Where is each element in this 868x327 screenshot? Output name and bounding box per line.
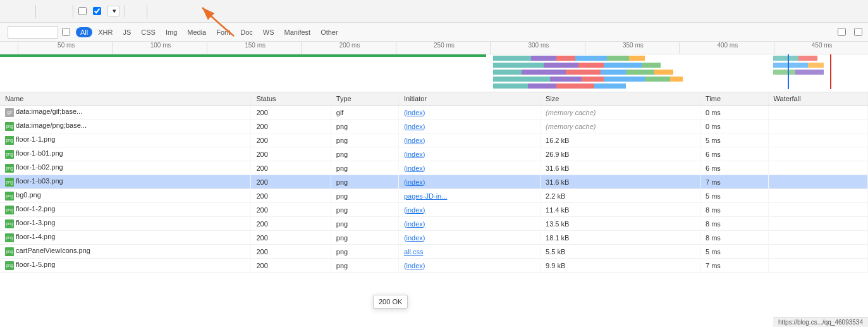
table-row[interactable]: png data:image/png;base...200png(index)(… [0,120,868,133]
cell-waterfall [768,106,867,120]
ruler-mark-4: 200 ms [301,42,395,54]
tab-doc[interactable]: Doc [236,27,257,37]
tab-media[interactable]: Media [183,27,211,37]
table-row[interactable]: gif data:image/gif;base...200gif(index)(… [0,106,868,120]
preserve-log-checkbox[interactable] [78,7,87,15]
svg-rect-22 [645,77,670,82]
svg-rect-27 [594,83,626,89]
col-type: Type [331,92,398,106]
tab-css[interactable]: CSS [137,27,160,37]
tab-js[interactable]: JS [118,27,135,37]
cell-waterfall [768,189,867,203]
table-row[interactable]: png floor-1-2.png200png(index)11.4 kB8 m… [0,203,868,217]
cell-initiator: (index) [398,175,540,189]
tab-manifest[interactable]: Manifest [280,27,315,37]
throttle-selector[interactable]: ▾ [107,6,119,16]
svg-rect-18 [493,77,550,82]
toolbar-separator-3 [125,5,125,18]
table-header-row: Name Status Type Initiator Size Time Wat… [0,92,868,106]
filter-input[interactable] [8,26,58,39]
table-body: gif data:image/gif;base...200gif(index)(… [0,106,868,273]
cell-type: png [331,133,398,147]
cell-type: png [331,217,398,231]
svg-rect-32 [773,70,795,75]
table-row[interactable]: png floor-1-4.png200png(index)18.1 kB8 m… [0,231,868,245]
cell-status: 200 [251,217,331,231]
cell-status: 200 [251,161,331,175]
table-row[interactable]: png floor-1-1.png200png(index)16.2 kB5 m… [0,133,868,147]
cell-status: 200 [251,147,331,161]
stop-button[interactable] [19,6,30,17]
cell-name: png floor-1-4.png [0,231,251,245]
table-wrapper: Name Status Type Initiator Size Time Wat… [0,92,868,326]
blocked-requests-label[interactable] [854,28,864,36]
cell-size: (memory cache) [541,120,700,133]
timeline-header: 50 ms 100 ms 150 ms 200 ms 250 ms 300 ms… [0,42,868,92]
cell-waterfall [768,147,867,161]
cell-initiator: (index) [398,106,540,120]
cell-time: 7 ms [700,259,768,273]
cell-status: 200 [251,175,331,189]
cell-size: 31.6 kB [541,161,700,175]
cell-size: (memory cache) [541,106,700,120]
disable-cache-checkbox[interactable] [93,7,101,15]
disable-cache-label[interactable] [93,7,104,15]
preserve-log-label[interactable] [78,7,89,15]
cell-size: 9.9 kB [541,259,700,273]
hide-data-urls-checkbox[interactable] [62,28,70,36]
cell-name: png floor-1-1.png [0,133,251,147]
svg-rect-31 [808,63,824,68]
cell-initiator: (index) [398,133,540,147]
timeline-ruler: 50 ms 100 ms 150 ms 200 ms 250 ms 300 ms… [0,42,868,54]
col-initiator: Initiator [398,92,540,106]
cell-time: 0 ms [700,106,768,120]
tab-all[interactable]: All [76,27,92,37]
cell-time: 6 ms [700,161,768,175]
svg-rect-13 [522,70,566,75]
record-button[interactable] [4,6,15,17]
tab-img[interactable]: Img [161,27,181,37]
has-blocked-cookies-checkbox[interactable] [838,28,846,36]
cell-initiator[interactable]: all.css [398,245,540,259]
throttle-dropdown-icon: ▾ [113,7,116,15]
cell-time: 5 ms [700,245,768,259]
filter-icon[interactable] [41,6,52,17]
filterbar: All XHR JS CSS Img Media Font Doc WS Man… [0,23,868,42]
cell-name: png floor-1-b03.png [0,175,251,189]
svg-rect-16 [626,70,654,75]
tab-font[interactable]: Font [212,27,235,37]
cell-type: png [331,120,398,133]
svg-rect-7 [493,63,544,68]
svg-rect-15 [601,70,626,75]
search-icon[interactable] [56,6,68,17]
hide-data-urls-label[interactable] [62,28,72,36]
has-blocked-cookies-label[interactable] [838,28,848,36]
tab-ws[interactable]: WS [259,27,279,37]
network-table: Name Status Type Initiator Size Time Wat… [0,92,868,273]
table-row[interactable]: png cartPanelViewIcons.png200pngall.css5… [0,245,868,259]
svg-rect-19 [550,77,582,82]
wifi-icon[interactable] [130,6,142,17]
blocked-requests-checkbox[interactable] [854,28,862,36]
table-row[interactable]: png floor-1-b02.png200png(index)31.6 kB6… [0,161,868,175]
table-row[interactable]: png floor-1-b03.png200png(index)31.6 kB7… [0,175,868,189]
ruler-mark-6: 300 ms [490,42,584,54]
table-row[interactable]: png floor-1-5.png200png(index)9.9 kB7 ms [0,259,868,273]
waterfall-chart [493,54,767,89]
tab-xhr[interactable]: XHR [94,27,117,37]
cell-initiator[interactable]: pages-JD-in... [398,189,540,203]
cell-size: 26.9 kB [541,147,700,161]
cell-time: 8 ms [700,231,768,245]
cell-initiator: (index) [398,259,540,273]
cell-name: png floor-1-5.png [0,259,251,273]
blocked-section [838,28,864,36]
svg-rect-21 [604,77,645,82]
table-row[interactable]: png floor-1-3.png200png(index)13.5 kB8 m… [0,217,868,231]
tab-other[interactable]: Other [316,27,343,37]
cell-initiator: (index) [398,147,540,161]
svg-rect-26 [556,83,594,89]
cell-name: png cartPanelViewIcons.png [0,245,251,259]
table-row[interactable]: png floor-1-b01.png200png(index)26.9 kB6… [0,147,868,161]
table-row[interactable]: png bg0.png200pngpages-JD-in...2.2 kB5 m… [0,189,868,203]
svg-rect-14 [566,70,601,75]
